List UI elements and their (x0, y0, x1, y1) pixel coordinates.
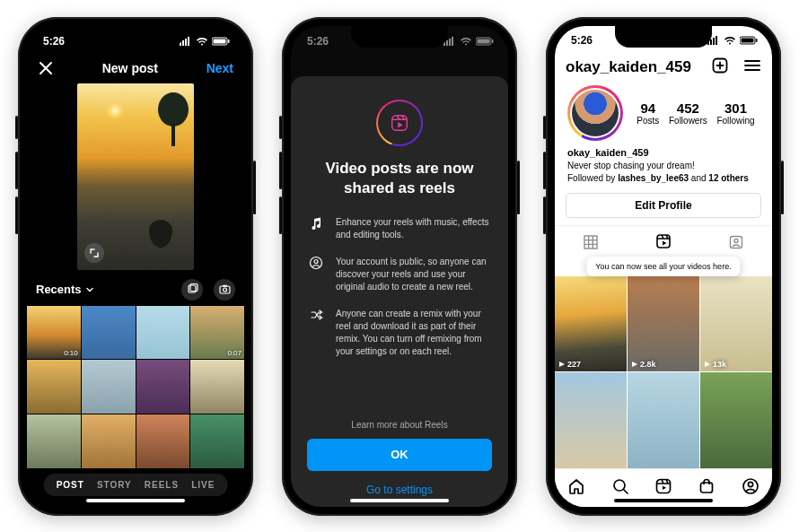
mode-reels[interactable]: REELS (145, 480, 179, 490)
svg-rect-6 (228, 39, 230, 43)
sheet-heading: Video posts are now shared as reels (307, 159, 492, 198)
stat-posts[interactable]: 94Posts (637, 100, 659, 126)
media-thumb[interactable]: 0:10 (27, 306, 81, 360)
stat-followers[interactable]: 452Followers (669, 100, 707, 126)
wifi-icon (196, 37, 208, 46)
edit-profile-button[interactable]: Edit Profile (566, 193, 761, 217)
mode-story[interactable]: STORY (97, 480, 132, 490)
nav-search-icon[interactable] (611, 477, 629, 499)
battery-icon (740, 36, 758, 45)
svg-rect-25 (716, 36, 717, 45)
tab-grid[interactable] (555, 226, 628, 258)
svg-rect-30 (584, 236, 597, 249)
feature-item: Your account is public, so anyone can di… (307, 256, 492, 293)
svg-rect-28 (756, 39, 758, 42)
svg-rect-24 (713, 38, 715, 45)
chevron-down-icon (85, 285, 94, 294)
avatar[interactable] (567, 85, 623, 141)
reels-grid: 227 2.8k 13k (555, 276, 772, 468)
svg-rect-5 (214, 39, 226, 43)
svg-rect-9 (220, 286, 230, 293)
ok-button[interactable]: OK (307, 439, 492, 471)
svg-rect-23 (710, 39, 712, 45)
nav-shop-icon[interactable] (698, 477, 716, 499)
svg-point-38 (748, 482, 752, 486)
svg-rect-27 (742, 38, 754, 42)
svg-rect-35 (656, 479, 670, 493)
mode-selector[interactable]: POST STORY REELS LIVE (44, 474, 228, 496)
wifi-icon (724, 36, 736, 45)
create-icon[interactable] (711, 57, 729, 78)
tab-tagged[interactable] (699, 226, 772, 258)
tagged-icon (728, 234, 744, 250)
profile-bio: okay_kaiden_459 Never stop chasing your … (555, 146, 772, 189)
reel-thumb[interactable]: 2.8k (628, 276, 699, 372)
expand-icon[interactable] (84, 243, 104, 263)
page-title: New post (102, 61, 158, 75)
media-thumb[interactable] (190, 360, 244, 414)
close-icon[interactable] (38, 60, 54, 76)
profile-username[interactable]: okay_kaiden_459 (566, 58, 691, 76)
profile-tabs: You can now see all your videos here. (555, 225, 772, 258)
nav-profile-icon[interactable] (742, 477, 759, 499)
mutual-followers[interactable]: Followed by lashes_by_lee63 and 12 other… (567, 172, 759, 185)
media-thumb[interactable] (136, 414, 190, 468)
svg-rect-2 (185, 39, 187, 46)
media-thumb[interactable] (82, 360, 136, 414)
svg-rect-3 (188, 37, 189, 46)
media-thumb[interactable]: 0:07 (190, 306, 244, 360)
menu-icon[interactable] (743, 58, 761, 76)
info-sheet: Video posts are now shared as reels Enha… (291, 76, 508, 507)
reels-tab-icon (655, 233, 672, 249)
reel-thumb[interactable] (555, 372, 627, 468)
grid-icon (583, 234, 599, 250)
svg-point-21 (314, 259, 318, 263)
multi-select-icon[interactable] (181, 279, 203, 301)
tab-reels[interactable]: You can now see all your videos here. (628, 226, 700, 258)
home-indicator (350, 499, 449, 502)
remix-icon (307, 308, 325, 358)
album-picker[interactable]: Recents (36, 283, 94, 296)
nav-home-icon[interactable] (567, 477, 585, 499)
phone-reels-dialog: 5:26 Video posts are now shared as reels… (282, 17, 517, 516)
svg-rect-19 (392, 115, 408, 130)
media-thumb[interactable] (136, 306, 190, 360)
battery-icon (212, 37, 230, 46)
phone-new-post: 5:26 New post Next Recents (18, 17, 253, 516)
reels-icon (376, 100, 423, 146)
public-account-icon (307, 256, 325, 293)
media-thumb[interactable] (136, 360, 190, 414)
next-button[interactable]: Next (206, 61, 233, 75)
media-thumb[interactable] (190, 414, 244, 468)
svg-rect-1 (182, 40, 184, 46)
svg-rect-36 (701, 483, 713, 493)
svg-rect-11 (223, 285, 227, 287)
media-thumb[interactable] (82, 414, 136, 468)
status-time: 5:26 (43, 35, 65, 48)
media-thumb[interactable] (27, 360, 81, 414)
media-grid: 0:10 0:07 (27, 306, 244, 468)
go-to-settings-link[interactable]: Go to settings (307, 478, 492, 498)
media-preview[interactable] (77, 83, 194, 270)
mode-post[interactable]: POST (57, 480, 84, 490)
reel-thumb[interactable]: 227 (555, 276, 627, 372)
svg-point-34 (614, 480, 625, 491)
learn-more-link[interactable]: Learn more about Reels (307, 420, 492, 430)
media-thumb[interactable] (82, 306, 136, 360)
phone-profile: 5:26 okay_kaiden_459 94Posts 452Follower… (546, 17, 781, 516)
home-indicator (86, 499, 185, 502)
music-icon (307, 216, 325, 241)
status-time: 5:26 (571, 34, 593, 47)
media-thumb[interactable] (27, 414, 81, 468)
feature-item: Enhance your reels with music, effects a… (307, 216, 492, 241)
nav-reels-icon[interactable] (654, 477, 672, 499)
reel-thumb[interactable] (700, 372, 772, 468)
svg-point-10 (223, 288, 226, 292)
reel-thumb[interactable] (628, 372, 699, 468)
stat-following[interactable]: 301Following (716, 100, 754, 126)
home-indicator (614, 499, 713, 502)
camera-icon[interactable] (214, 279, 235, 301)
mode-live[interactable]: LIVE (191, 480, 215, 490)
reel-thumb[interactable]: 13k (700, 276, 772, 372)
reels-tooltip: You can now see all your videos here. (586, 257, 740, 276)
